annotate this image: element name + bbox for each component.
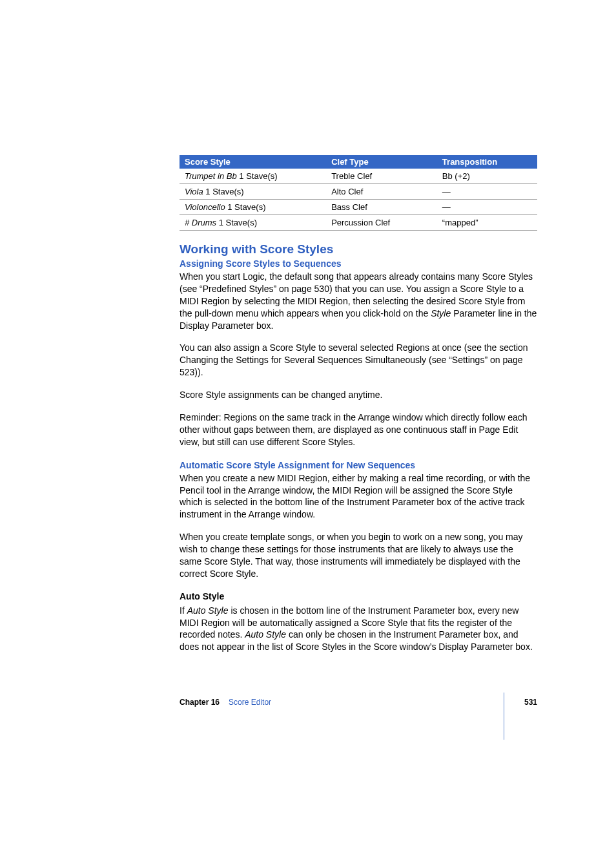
subsection-heading: Automatic Score Style Assignment for New… [180,460,537,470]
body-text: Score Style assignments can be changed a… [180,389,537,401]
cell-score-style: Violoncello 1 Stave(s) [180,200,326,215]
col-clef-type: Clef Type [326,155,437,169]
body-text: You can also assign a Score Style to sev… [180,342,537,379]
col-score-style: Score Style [180,155,326,169]
body-text: When you create a new MIDI Region, eithe… [180,472,537,521]
cell-score-style: Trumpet in Bb 1 Stave(s) [180,169,326,184]
body-text: Reminder: Regions on the same track in t… [180,412,537,448]
body-text: If Auto Style is chosen in the bottom li… [180,605,537,654]
body-text: When you start Logic, the default song t… [180,271,537,331]
cell-clef: Alto Clef [326,184,437,200]
footer-title: Score Editor [229,698,271,707]
score-styles-table: Score Style Clef Type Transposition Trum… [180,155,537,231]
cell-trans: — [437,200,537,215]
table-row: Violoncello 1 Stave(s) Bass Clef — [180,200,537,215]
page-content: Score Style Clef Type Transposition Trum… [180,155,537,653]
cell-score-style: Viola 1 Stave(s) [180,184,326,200]
subsection-heading: Assigning Score Styles to Sequences [180,258,537,269]
cell-clef: Treble Clef [326,169,437,184]
body-text: When you create template songs, or when … [180,531,537,580]
page-footer: Chapter 16 Score Editor 531 [180,698,537,707]
cell-clef: Bass Clef [326,200,437,215]
run-in-heading: Auto Style [180,590,537,603]
cell-trans: — [437,184,537,200]
cell-trans: “mapped” [437,215,537,231]
cell-score-style: # Drums 1 Stave(s) [180,215,326,231]
table-row: # Drums 1 Stave(s) Percussion Clef “mapp… [180,215,537,231]
table-row: Viola 1 Stave(s) Alto Clef — [180,184,537,200]
footer-chapter: Chapter 16 [180,698,220,707]
footer-rule [504,693,504,740]
cell-trans: Bb (+2) [437,169,537,184]
table-row: Trumpet in Bb 1 Stave(s) Treble Clef Bb … [180,169,537,184]
cell-clef: Percussion Clef [326,215,437,231]
section-heading: Working with Score Styles [180,242,537,256]
col-transposition: Transposition [437,155,537,169]
footer-page-number: 531 [524,698,537,707]
table-header-row: Score Style Clef Type Transposition [180,155,537,169]
